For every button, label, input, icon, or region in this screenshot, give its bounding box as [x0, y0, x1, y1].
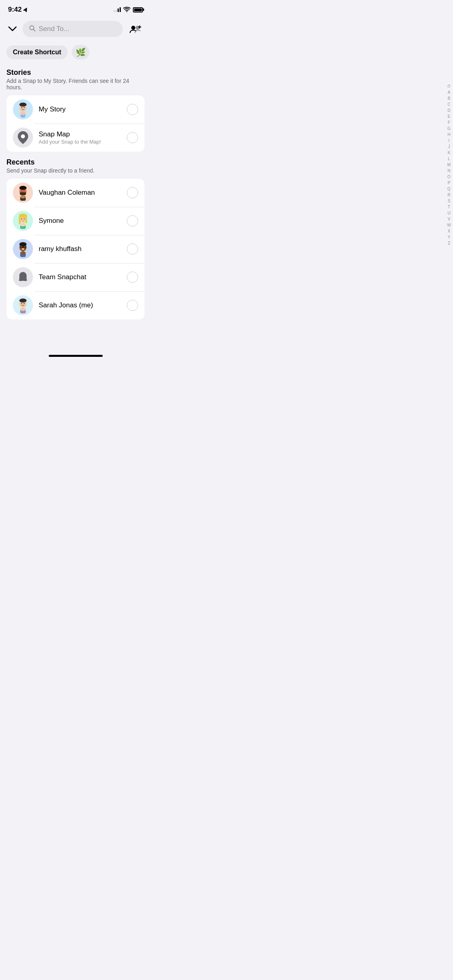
leaf-chip[interactable]: 🌿	[72, 45, 89, 60]
search-icon	[29, 25, 35, 33]
sarah-avatar	[13, 295, 33, 315]
time-label: 9:42	[8, 6, 22, 14]
my-story-item[interactable]: My Story	[6, 95, 145, 124]
svg-point-17	[20, 191, 26, 196]
symone-text: Symone	[39, 217, 121, 225]
signal-icon	[114, 7, 121, 12]
status-time: 9:42	[8, 6, 28, 14]
team-snapchat-name: Team Snapchat	[39, 273, 121, 281]
recents-title: Recents	[6, 158, 145, 167]
status-icons	[114, 7, 143, 12]
snap-map-text: Snap Map Add your Snap to the Map!	[39, 130, 121, 145]
svg-point-23	[19, 186, 27, 190]
svg-point-22	[24, 190, 25, 191]
my-story-radio[interactable]	[127, 104, 138, 115]
svg-marker-0	[23, 7, 28, 12]
add-friends-button[interactable]	[127, 20, 145, 38]
ramy-name: ramy khuffash	[39, 245, 121, 253]
snap-map-avatar	[13, 128, 33, 148]
ramy-bitmoji	[14, 240, 32, 258]
sarah-text: Sarah Jonas (me)	[39, 301, 121, 309]
location-icon	[23, 7, 28, 12]
team-snapchat-radio[interactable]	[127, 272, 138, 283]
stories-title: Stories	[6, 68, 145, 77]
svg-rect-29	[19, 216, 21, 224]
sarah-name: Sarah Jonas (me)	[39, 301, 121, 309]
svg-point-3	[131, 26, 135, 30]
sarah-radio[interactable]	[127, 300, 138, 311]
team-snapchat-text: Team Snapchat	[39, 273, 121, 281]
sarah-bitmoji	[14, 296, 32, 314]
status-bar: 9:42	[0, 0, 151, 17]
search-placeholder: Send To...	[39, 25, 69, 33]
my-story-name: My Story	[39, 105, 121, 113]
team-snapchat-item[interactable]: Team Snapchat	[6, 263, 145, 291]
vaughan-item[interactable]: Vaughan Coleman	[6, 179, 145, 207]
recents-list: Vaughan Coleman	[6, 179, 145, 319]
ramy-radio[interactable]	[127, 243, 138, 255]
location-pin-icon	[18, 131, 28, 144]
sarah-item[interactable]: Sarah Jonas (me)	[6, 291, 145, 319]
ramy-avatar	[13, 239, 33, 259]
svg-point-50	[24, 303, 25, 304]
ramy-item[interactable]: ramy khuffash	[6, 235, 145, 263]
svg-point-52	[20, 308, 26, 311]
svg-point-14	[21, 134, 25, 138]
svg-point-25	[20, 195, 26, 198]
my-story-bitmoji	[14, 101, 32, 118]
chips-row: Create Shortcut 🌿	[0, 43, 151, 65]
leaf-emoji: 🌿	[76, 47, 86, 57]
svg-point-31	[21, 218, 22, 219]
svg-point-4	[136, 26, 140, 30]
svg-point-40	[19, 242, 27, 246]
stories-subtitle: Add a Snap to My Story. Friends can see …	[6, 78, 145, 91]
battery-icon	[133, 7, 143, 12]
snap-map-radio[interactable]	[127, 132, 138, 143]
header: Send To...	[0, 17, 151, 43]
svg-point-49	[21, 303, 22, 304]
team-snapchat-avatar	[13, 267, 33, 287]
home-indicator	[49, 355, 103, 357]
svg-point-11	[24, 107, 25, 108]
svg-point-13	[20, 112, 26, 115]
symone-name: Symone	[39, 217, 121, 225]
back-button[interactable]	[6, 22, 19, 36]
my-story-avatar	[13, 99, 33, 119]
symone-item[interactable]: Symone	[6, 207, 145, 235]
search-bar[interactable]: Send To...	[23, 21, 123, 37]
vaughan-radio[interactable]	[127, 187, 138, 198]
svg-point-10	[21, 107, 22, 108]
stories-section-header: Stories Add a Snap to My Story. Friends …	[0, 65, 151, 92]
svg-point-34	[20, 223, 26, 226]
create-shortcut-button[interactable]: Create Shortcut	[6, 45, 68, 59]
svg-point-32	[24, 218, 25, 219]
svg-point-43	[24, 247, 25, 247]
snap-map-subtitle: Add your Snap to the Map!	[39, 139, 121, 145]
svg-point-45	[20, 251, 26, 255]
svg-line-2	[33, 29, 35, 31]
symone-bitmoji	[14, 212, 32, 230]
my-story-text: My Story	[39, 105, 121, 113]
symone-avatar	[13, 211, 33, 231]
svg-point-48	[19, 299, 27, 303]
svg-rect-30	[25, 216, 27, 223]
ramy-text: ramy khuffash	[39, 245, 121, 253]
svg-point-9	[19, 103, 27, 107]
svg-point-41	[22, 248, 24, 250]
recents-subtitle: Send your Snap directly to a friend.	[6, 167, 145, 174]
vaughan-name: Vaughan Coleman	[39, 189, 121, 197]
svg-point-42	[21, 247, 22, 247]
snap-map-name: Snap Map	[39, 130, 121, 138]
snapchat-ghost-icon	[17, 271, 29, 283]
snap-map-item[interactable]: Snap Map Add your Snap to the Map!	[6, 124, 145, 152]
stories-list: My Story Snap Map Add your Snap to the M…	[6, 95, 145, 152]
vaughan-avatar	[13, 183, 33, 203]
symone-radio[interactable]	[127, 215, 138, 226]
recents-section-header: Recents Send your Snap directly to a fri…	[0, 155, 151, 175]
vaughan-text: Vaughan Coleman	[39, 189, 121, 197]
svg-point-21	[21, 190, 22, 191]
vaughan-bitmoji	[14, 184, 32, 202]
wifi-icon	[123, 7, 130, 12]
